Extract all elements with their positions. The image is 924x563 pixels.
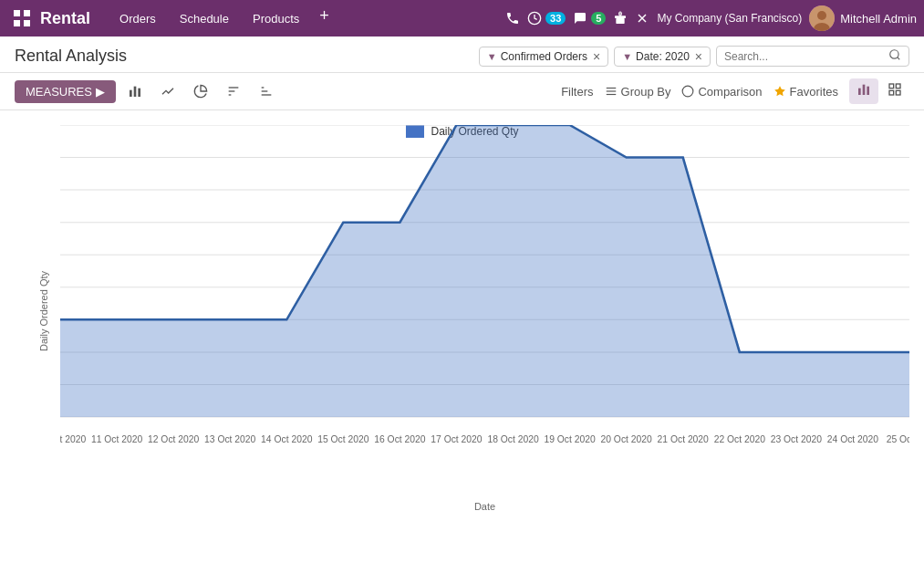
page-header: Rental Analysis ▼ Confirmed Orders × ▼ D…	[0, 36, 924, 73]
company-selector[interactable]: My Company (San Francisco)	[657, 12, 802, 25]
filter2-icon: ▼	[622, 51, 632, 62]
svg-rect-33	[889, 90, 894, 95]
svg-text:10 Oct 2020: 10 Oct 2020	[60, 434, 86, 444]
app-grid-icon[interactable]	[7, 4, 36, 33]
y-axis-label: Daily Ordered Qty	[38, 271, 49, 351]
measures-button[interactable]: MEASURES ▶	[15, 80, 116, 103]
search-box[interactable]	[716, 46, 909, 67]
app-title[interactable]: Rental	[40, 9, 90, 28]
date-filter[interactable]: ▼ Date: 2020 ×	[614, 47, 711, 67]
toolbar: MEASURES ▶ Filters Group By	[0, 73, 924, 110]
chat-icon[interactable]: 5	[573, 11, 606, 26]
user-menu[interactable]: Mitchell Admin	[809, 5, 917, 31]
svg-text:24 Oct 2020: 24 Oct 2020	[827, 434, 879, 444]
svg-rect-1	[24, 10, 30, 16]
svg-rect-29	[863, 85, 866, 95]
favorites-button[interactable]: Favorites	[773, 85, 838, 99]
chart-svg: 0.00 1.00 2.00 3.00 4.00 5.00 6.00 7.00 …	[60, 125, 909, 463]
bar-chart-button[interactable]	[121, 79, 149, 103]
search-icon[interactable]	[888, 48, 901, 64]
pie-chart-button[interactable]	[187, 79, 214, 103]
clock-icon[interactable]: 33	[527, 11, 566, 26]
chart-wrapper: 0.00 1.00 2.00 3.00 4.00 5.00 6.00 7.00 …	[60, 125, 909, 472]
nav-menu: Orders Schedule Products +	[109, 6, 502, 31]
svg-rect-15	[134, 87, 137, 97]
filter2-remove[interactable]: ×	[695, 49, 702, 64]
filter1-label: Confirmed Orders	[501, 50, 587, 63]
svg-text:14 Oct 2020: 14 Oct 2020	[261, 434, 313, 444]
filter-bar: ▼ Confirmed Orders × ▼ Date: 2020 ×	[479, 46, 909, 67]
svg-marker-27	[774, 86, 785, 96]
svg-rect-32	[896, 84, 900, 89]
nav-right: 33 5 My Company (San Francisco) Mitchell…	[505, 5, 917, 31]
filters-button[interactable]: Filters	[545, 85, 593, 99]
top-nav: Rental Orders Schedule Products + 33 5 M…	[0, 0, 924, 36]
svg-text:22 Oct 2020: 22 Oct 2020	[714, 434, 766, 444]
svg-rect-0	[14, 10, 20, 16]
filter1-icon: ▼	[487, 51, 497, 62]
svg-rect-30	[867, 87, 869, 95]
svg-text:19 Oct 2020: 19 Oct 2020	[544, 434, 596, 444]
svg-text:25 Oct 202: 25 Oct 202	[887, 434, 909, 444]
svg-rect-28	[858, 89, 861, 95]
user-name: Mitchell Admin	[840, 12, 917, 26]
nav-add-button[interactable]: +	[312, 6, 337, 31]
nav-orders[interactable]: Orders	[109, 6, 167, 31]
page-title: Rental Analysis	[15, 47, 127, 66]
chart-area: Daily Ordered Qty Daily Ordered Qty	[0, 110, 924, 512]
line-chart-button[interactable]	[154, 79, 182, 103]
svg-rect-16	[138, 89, 140, 97]
search-input[interactable]	[724, 50, 888, 63]
svg-line-13	[898, 57, 900, 60]
svg-text:13 Oct 2020: 13 Oct 2020	[204, 434, 256, 444]
toolbar-right: Filters Group By Comparison Favorites	[545, 78, 909, 104]
toolbar-left: MEASURES ▶	[15, 79, 280, 103]
comparison-button[interactable]: Comparison	[681, 85, 762, 99]
avatar	[809, 5, 835, 31]
grid-view-button[interactable]	[880, 78, 909, 104]
svg-point-12	[890, 50, 898, 58]
x-icon[interactable]	[635, 11, 649, 26]
clock-badge: 33	[545, 12, 566, 25]
chat-badge: 5	[591, 12, 606, 25]
view-toggle	[849, 78, 909, 104]
svg-text:12 Oct 2020: 12 Oct 2020	[148, 434, 200, 444]
nav-products[interactable]: Products	[242, 6, 310, 31]
svg-text:16 Oct 2020: 16 Oct 2020	[374, 434, 426, 444]
svg-point-10	[817, 11, 826, 20]
svg-rect-14	[130, 90, 132, 97]
svg-point-26	[683, 86, 694, 97]
x-axis-label: Date	[60, 501, 909, 512]
svg-text:20 Oct 2020: 20 Oct 2020	[601, 434, 653, 444]
confirmed-orders-filter[interactable]: ▼ Confirmed Orders ×	[479, 47, 608, 67]
filter2-label: Date: 2020	[636, 50, 690, 63]
svg-text:18 Oct 2020: 18 Oct 2020	[487, 434, 539, 444]
svg-rect-2	[14, 20, 20, 26]
gift-icon[interactable]	[613, 11, 628, 26]
svg-text:17 Oct 2020: 17 Oct 2020	[431, 434, 483, 444]
phone-icon[interactable]	[505, 11, 520, 26]
sort-desc-button[interactable]	[253, 79, 280, 103]
groupby-button[interactable]: Group By	[605, 85, 671, 99]
svg-text:11 Oct 2020: 11 Oct 2020	[91, 434, 143, 444]
svg-rect-31	[889, 84, 894, 89]
svg-text:23 Oct 2020: 23 Oct 2020	[771, 434, 823, 444]
svg-rect-34	[896, 90, 900, 95]
svg-text:21 Oct 2020: 21 Oct 2020	[658, 434, 710, 444]
chart-view-button[interactable]	[849, 78, 878, 104]
sort-asc-button[interactable]	[220, 79, 247, 103]
nav-schedule[interactable]: Schedule	[169, 6, 240, 31]
svg-rect-3	[24, 20, 30, 26]
filter1-remove[interactable]: ×	[593, 49, 600, 64]
chart-area-fill	[60, 125, 909, 417]
svg-text:15 Oct 2020: 15 Oct 2020	[317, 434, 369, 444]
